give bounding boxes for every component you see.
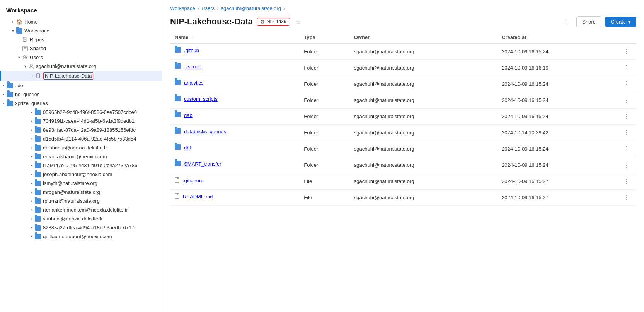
row-actions: ⋮	[616, 92, 636, 109]
more-button[interactable]: ⋮	[559, 16, 572, 27]
file-owner: sgachuhi@naturalstate.org	[349, 125, 497, 141]
folder-icon	[175, 144, 181, 151]
sidebar-item-josepha[interactable]: ›joseph.abdelnour@neoxia.com	[0, 170, 162, 179]
sidebar-item-rpitman[interactable]: ›rpitman@naturalstate.org	[0, 197, 162, 205]
sidebar-item-ide[interactable]: ›.ide	[0, 81, 162, 90]
sidebar-item-hash1[interactable]: ›05965b22-9c48-496f-8536-6ee7507cdce0	[0, 108, 162, 117]
sidebar-item-repos[interactable]: ›Repos	[0, 35, 162, 44]
breadcrumb-workspace[interactable]: Workspace	[170, 5, 195, 11]
sidebar-item-label: Shared	[30, 46, 46, 51]
col-owner: Owner	[349, 31, 497, 44]
nip-badge[interactable]: ⚙ NIP-1439	[257, 18, 290, 26]
sidebar-item-rtenan[interactable]: ›rtenankemmenkem@neoxia.deloitte.fr	[0, 205, 162, 214]
sidebar-scroll: ›🏠Home▾Workspace›Repos›Shared▾Users▾sgac…	[0, 17, 162, 312]
chevron-icon: ›	[28, 234, 35, 239]
file-type: File	[299, 190, 349, 206]
file-name-link[interactable]: README.md	[183, 194, 213, 200]
row-more-button[interactable]: ⋮	[621, 144, 632, 153]
folder-icon	[16, 28, 22, 34]
sidebar-item-ns_queries[interactable]: ›ns_queries	[0, 90, 162, 99]
row-more-button[interactable]: ⋮	[621, 177, 632, 186]
file-name-link[interactable]: SMART_transfer	[184, 161, 221, 167]
folder-icon	[35, 234, 41, 239]
row-more-button[interactable]: ⋮	[621, 193, 632, 202]
chevron-icon: ▾	[22, 64, 29, 68]
table-row: .githubFoldersgachuhi@naturalstate.org20…	[170, 44, 636, 60]
repo-icon	[36, 73, 41, 79]
sidebar-item-lsmyth[interactable]: ›lsmyth@naturalstate.org	[0, 179, 162, 188]
sidebar-item-emanalsh[interactable]: ›eman.alshaour@neoxia.com	[0, 152, 162, 161]
create-chevron: ▾	[628, 19, 631, 25]
sidebar-item-sgachuhi[interactable]: ▾sgachuhi@naturalstate.org	[0, 62, 162, 71]
breadcrumb-sep-1: ›	[198, 5, 199, 11]
sidebar-item-vaubriot[interactable]: ›vaubriot@neoxia.deloitte.fr	[0, 214, 162, 223]
file-name-link[interactable]: dbt	[184, 145, 191, 151]
row-more-button[interactable]: ⋮	[621, 96, 632, 105]
file-name-link[interactable]: dab	[184, 112, 193, 118]
chevron-icon: ›	[28, 146, 35, 150]
sidebar-item-label: ns_queries	[15, 92, 40, 97]
sidebar-item-workspace[interactable]: ▾Workspace	[0, 26, 162, 35]
sidebar-item-shared[interactable]: ›Shared	[0, 44, 162, 53]
sidebar-item-home[interactable]: ›🏠Home	[0, 17, 162, 26]
shared-icon	[22, 46, 28, 51]
chevron-icon: ›	[0, 83, 7, 88]
chevron-icon: ›	[28, 190, 35, 194]
sidebar-item-guillaume[interactable]: ›guillaume.dupont@neoxia.com	[0, 232, 162, 241]
file-name-link[interactable]: .gitignore	[183, 178, 203, 183]
sidebar-item-label: f1a9147e-0195-4d31-b01e-2c4a2732a786	[43, 163, 137, 168]
row-more-button[interactable]: ⋮	[621, 47, 632, 56]
chevron-icon: ›	[28, 137, 35, 141]
folder-icon	[35, 190, 41, 195]
sidebar-item-nip[interactable]: ›NIP-Lakehouse-Data	[0, 71, 162, 81]
share-button[interactable]: Share	[576, 16, 601, 27]
chevron-icon: ›	[28, 181, 35, 185]
chevron-icon: ›	[15, 37, 22, 42]
col-actions	[616, 31, 636, 44]
file-name-link[interactable]: custom_scripts	[184, 96, 218, 102]
sidebar-item-hash4[interactable]: ›d15d5fb4-9114-406a-92ae-4f55b7533d54	[0, 134, 162, 143]
sidebar-item-hash5[interactable]: ›82883a27-dfea-4d94-b18c-93aedbc6717f	[0, 223, 162, 232]
folder-icon	[35, 172, 41, 177]
row-more-button[interactable]: ⋮	[621, 112, 632, 121]
sidebar-item-label: 82883a27-dfea-4d94-b18c-93aedbc6717f	[43, 225, 136, 231]
sidebar-item-users[interactable]: ▾Users	[0, 53, 162, 62]
svg-point-7	[26, 56, 27, 57]
sidebar-item-label: sgachuhi@naturalstate.org	[36, 63, 96, 69]
breadcrumb-users[interactable]: Users	[201, 5, 215, 11]
row-more-button[interactable]: ⋮	[621, 80, 632, 88]
sidebar-item-hash2[interactable]: ›704919f1-caee-44d1-af5b-6e1a3f9dedb1	[0, 117, 162, 125]
breadcrumb-user[interactable]: sgachuhi@naturalstate.org	[221, 5, 281, 11]
file-name-link[interactable]: .github	[184, 47, 199, 53]
create-button[interactable]: Create ▾	[605, 17, 636, 27]
sidebar-item-label: vaubriot@neoxia.deloitte.fr	[43, 216, 103, 222]
sidebar-item-label: ealshaour@neoxia.deloitte.fr	[43, 145, 107, 151]
chevron-icon: ▾	[15, 55, 22, 59]
file-name-link[interactable]: .vscode	[184, 64, 201, 70]
table-body: .githubFoldersgachuhi@naturalstate.org20…	[170, 44, 636, 206]
star-button[interactable]: ☆	[294, 18, 302, 25]
table-row: databricks_queriesFoldersgachuhi@natural…	[170, 125, 636, 141]
file-name-link[interactable]: analytics	[184, 80, 204, 86]
sidebar-item-f1a9[interactable]: ›f1a9147e-0195-4d31-b01e-2c4a2732a786	[0, 161, 162, 170]
row-more-button[interactable]: ⋮	[621, 63, 632, 72]
file-name-link[interactable]: databricks_queries	[184, 129, 226, 134]
breadcrumb-sep-3: ›	[283, 5, 285, 11]
sidebar-item-xprize_queries[interactable]: ›xprize_queries	[0, 99, 162, 108]
file-created-at: 2024-10-09 16:15:24	[497, 76, 616, 92]
file-icon	[175, 193, 180, 200]
row-actions: ⋮	[616, 76, 636, 92]
home-icon: 🏠	[16, 19, 22, 25]
row-more-button[interactable]: ⋮	[621, 161, 632, 170]
folder-icon	[35, 216, 41, 222]
file-owner: sgachuhi@naturalstate.org	[349, 92, 497, 109]
folder-icon	[35, 163, 41, 168]
sidebar-item-mrogan[interactable]: ›mrogan@naturalstate.org	[0, 188, 162, 197]
sidebar-item-hash3[interactable]: ›8e934fac-87da-42a0-9a89-18855156efdc	[0, 125, 162, 134]
sidebar-item-ealshaour[interactable]: ›ealshaour@neoxia.deloitte.fr	[0, 143, 162, 152]
sidebar-item-label: xprize_queries	[15, 100, 48, 106]
row-more-button[interactable]: ⋮	[621, 128, 632, 137]
chevron-icon: ›	[28, 154, 35, 159]
file-owner: sgachuhi@naturalstate.org	[349, 173, 497, 190]
row-actions: ⋮	[616, 190, 636, 206]
